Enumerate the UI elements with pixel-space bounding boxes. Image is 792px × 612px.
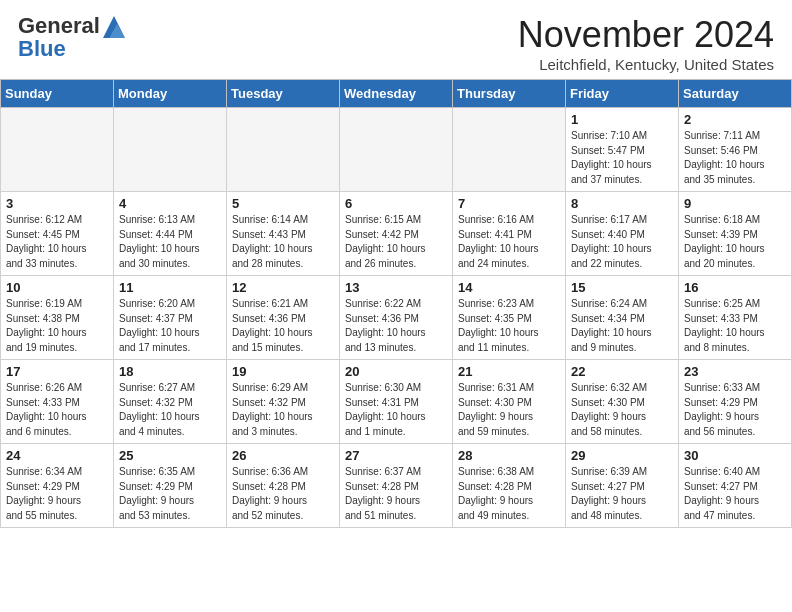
day-info: Sunrise: 6:13 AM Sunset: 4:44 PM Dayligh…	[119, 213, 221, 271]
day-number: 30	[684, 448, 786, 463]
calendar-cell	[340, 108, 453, 192]
calendar-table: SundayMondayTuesdayWednesdayThursdayFrid…	[0, 79, 792, 528]
day-info: Sunrise: 7:10 AM Sunset: 5:47 PM Dayligh…	[571, 129, 673, 187]
day-info: Sunrise: 6:30 AM Sunset: 4:31 PM Dayligh…	[345, 381, 447, 439]
day-info: Sunrise: 6:17 AM Sunset: 4:40 PM Dayligh…	[571, 213, 673, 271]
calendar-cell: 14Sunrise: 6:23 AM Sunset: 4:35 PM Dayli…	[453, 276, 566, 360]
calendar-cell	[227, 108, 340, 192]
calendar-cell: 8Sunrise: 6:17 AM Sunset: 4:40 PM Daylig…	[566, 192, 679, 276]
day-header-monday: Monday	[114, 80, 227, 108]
day-info: Sunrise: 6:16 AM Sunset: 4:41 PM Dayligh…	[458, 213, 560, 271]
day-number: 24	[6, 448, 108, 463]
calendar-cell: 3Sunrise: 6:12 AM Sunset: 4:45 PM Daylig…	[1, 192, 114, 276]
day-number: 13	[345, 280, 447, 295]
day-info: Sunrise: 6:24 AM Sunset: 4:34 PM Dayligh…	[571, 297, 673, 355]
calendar-cell: 19Sunrise: 6:29 AM Sunset: 4:32 PM Dayli…	[227, 360, 340, 444]
day-info: Sunrise: 6:32 AM Sunset: 4:30 PM Dayligh…	[571, 381, 673, 439]
day-number: 14	[458, 280, 560, 295]
calendar-cell: 30Sunrise: 6:40 AM Sunset: 4:27 PM Dayli…	[679, 444, 792, 528]
day-number: 19	[232, 364, 334, 379]
day-info: Sunrise: 6:38 AM Sunset: 4:28 PM Dayligh…	[458, 465, 560, 523]
day-info: Sunrise: 6:26 AM Sunset: 4:33 PM Dayligh…	[6, 381, 108, 439]
day-number: 29	[571, 448, 673, 463]
calendar-cell: 21Sunrise: 6:31 AM Sunset: 4:30 PM Dayli…	[453, 360, 566, 444]
day-info: Sunrise: 6:34 AM Sunset: 4:29 PM Dayligh…	[6, 465, 108, 523]
calendar-cell: 29Sunrise: 6:39 AM Sunset: 4:27 PM Dayli…	[566, 444, 679, 528]
day-number: 27	[345, 448, 447, 463]
day-number: 16	[684, 280, 786, 295]
day-info: Sunrise: 6:12 AM Sunset: 4:45 PM Dayligh…	[6, 213, 108, 271]
calendar-week-1: 1Sunrise: 7:10 AM Sunset: 5:47 PM Daylig…	[1, 108, 792, 192]
calendar-cell: 15Sunrise: 6:24 AM Sunset: 4:34 PM Dayli…	[566, 276, 679, 360]
day-number: 3	[6, 196, 108, 211]
day-header-wednesday: Wednesday	[340, 80, 453, 108]
calendar-cell: 5Sunrise: 6:14 AM Sunset: 4:43 PM Daylig…	[227, 192, 340, 276]
day-info: Sunrise: 6:27 AM Sunset: 4:32 PM Dayligh…	[119, 381, 221, 439]
day-info: Sunrise: 6:21 AM Sunset: 4:36 PM Dayligh…	[232, 297, 334, 355]
day-number: 10	[6, 280, 108, 295]
day-info: Sunrise: 6:25 AM Sunset: 4:33 PM Dayligh…	[684, 297, 786, 355]
calendar-week-2: 3Sunrise: 6:12 AM Sunset: 4:45 PM Daylig…	[1, 192, 792, 276]
calendar-cell: 25Sunrise: 6:35 AM Sunset: 4:29 PM Dayli…	[114, 444, 227, 528]
day-info: Sunrise: 7:11 AM Sunset: 5:46 PM Dayligh…	[684, 129, 786, 187]
calendar-cell: 23Sunrise: 6:33 AM Sunset: 4:29 PM Dayli…	[679, 360, 792, 444]
day-info: Sunrise: 6:40 AM Sunset: 4:27 PM Dayligh…	[684, 465, 786, 523]
calendar-cell: 26Sunrise: 6:36 AM Sunset: 4:28 PM Dayli…	[227, 444, 340, 528]
calendar-cell: 11Sunrise: 6:20 AM Sunset: 4:37 PM Dayli…	[114, 276, 227, 360]
calendar-week-4: 17Sunrise: 6:26 AM Sunset: 4:33 PM Dayli…	[1, 360, 792, 444]
calendar-cell: 2Sunrise: 7:11 AM Sunset: 5:46 PM Daylig…	[679, 108, 792, 192]
day-number: 18	[119, 364, 221, 379]
day-info: Sunrise: 6:19 AM Sunset: 4:38 PM Dayligh…	[6, 297, 108, 355]
day-number: 22	[571, 364, 673, 379]
calendar-cell: 4Sunrise: 6:13 AM Sunset: 4:44 PM Daylig…	[114, 192, 227, 276]
day-info: Sunrise: 6:33 AM Sunset: 4:29 PM Dayligh…	[684, 381, 786, 439]
calendar-cell: 7Sunrise: 6:16 AM Sunset: 4:41 PM Daylig…	[453, 192, 566, 276]
day-number: 17	[6, 364, 108, 379]
day-number: 11	[119, 280, 221, 295]
logo-general: General	[18, 14, 125, 38]
day-number: 7	[458, 196, 560, 211]
calendar-cell: 24Sunrise: 6:34 AM Sunset: 4:29 PM Dayli…	[1, 444, 114, 528]
day-number: 21	[458, 364, 560, 379]
calendar-cell	[114, 108, 227, 192]
calendar-week-3: 10Sunrise: 6:19 AM Sunset: 4:38 PM Dayli…	[1, 276, 792, 360]
day-info: Sunrise: 6:14 AM Sunset: 4:43 PM Dayligh…	[232, 213, 334, 271]
day-number: 8	[571, 196, 673, 211]
day-info: Sunrise: 6:36 AM Sunset: 4:28 PM Dayligh…	[232, 465, 334, 523]
day-number: 15	[571, 280, 673, 295]
title-block: November 2024 Leitchfield, Kentucky, Uni…	[518, 14, 774, 73]
day-header-tuesday: Tuesday	[227, 80, 340, 108]
header-row: SundayMondayTuesdayWednesdayThursdayFrid…	[1, 80, 792, 108]
calendar-cell	[1, 108, 114, 192]
calendar-cell: 28Sunrise: 6:38 AM Sunset: 4:28 PM Dayli…	[453, 444, 566, 528]
day-number: 23	[684, 364, 786, 379]
day-number: 1	[571, 112, 673, 127]
calendar-cell: 13Sunrise: 6:22 AM Sunset: 4:36 PM Dayli…	[340, 276, 453, 360]
day-number: 5	[232, 196, 334, 211]
calendar-cell: 16Sunrise: 6:25 AM Sunset: 4:33 PM Dayli…	[679, 276, 792, 360]
day-info: Sunrise: 6:35 AM Sunset: 4:29 PM Dayligh…	[119, 465, 221, 523]
day-number: 9	[684, 196, 786, 211]
day-info: Sunrise: 6:20 AM Sunset: 4:37 PM Dayligh…	[119, 297, 221, 355]
day-number: 2	[684, 112, 786, 127]
page-header: General Blue November 2024 Leitchfield, …	[0, 0, 792, 79]
calendar-cell: 18Sunrise: 6:27 AM Sunset: 4:32 PM Dayli…	[114, 360, 227, 444]
calendar-cell: 12Sunrise: 6:21 AM Sunset: 4:36 PM Dayli…	[227, 276, 340, 360]
day-number: 26	[232, 448, 334, 463]
location: Leitchfield, Kentucky, United States	[518, 56, 774, 73]
calendar-cell: 27Sunrise: 6:37 AM Sunset: 4:28 PM Dayli…	[340, 444, 453, 528]
calendar-cell: 17Sunrise: 6:26 AM Sunset: 4:33 PM Dayli…	[1, 360, 114, 444]
day-number: 28	[458, 448, 560, 463]
logo-blue: Blue	[18, 38, 125, 60]
day-number: 4	[119, 196, 221, 211]
logo: General Blue	[18, 14, 125, 60]
day-info: Sunrise: 6:31 AM Sunset: 4:30 PM Dayligh…	[458, 381, 560, 439]
day-header-saturday: Saturday	[679, 80, 792, 108]
calendar-cell	[453, 108, 566, 192]
calendar-cell: 22Sunrise: 6:32 AM Sunset: 4:30 PM Dayli…	[566, 360, 679, 444]
calendar-cell: 6Sunrise: 6:15 AM Sunset: 4:42 PM Daylig…	[340, 192, 453, 276]
calendar-week-5: 24Sunrise: 6:34 AM Sunset: 4:29 PM Dayli…	[1, 444, 792, 528]
day-info: Sunrise: 6:18 AM Sunset: 4:39 PM Dayligh…	[684, 213, 786, 271]
month-title: November 2024	[518, 14, 774, 56]
calendar-cell: 20Sunrise: 6:30 AM Sunset: 4:31 PM Dayli…	[340, 360, 453, 444]
